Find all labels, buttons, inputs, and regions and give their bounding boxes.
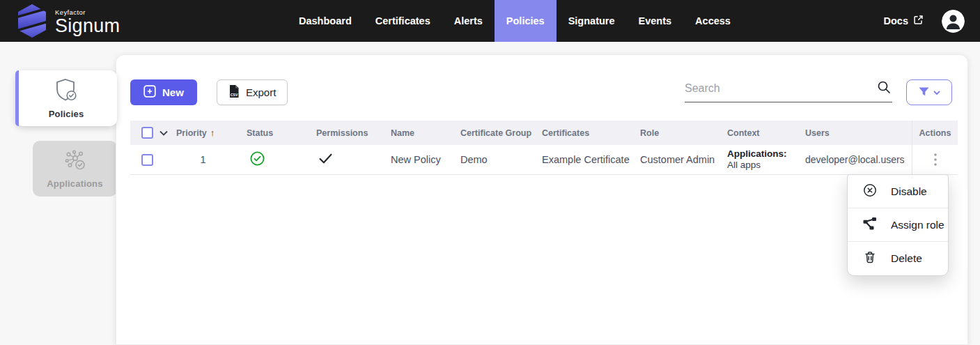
table-header-row: Priority↑ Status Permissions Name Certif… [130,121,958,145]
nav-item-certificates[interactable]: Certificates [364,0,442,42]
row-actions-dropdown-menu: Disable Assign role Delete [847,174,949,276]
disable-circle-x-icon [863,183,877,200]
user-avatar-icon[interactable] [942,10,965,33]
search-icon[interactable] [876,79,892,98]
nav-item-signature[interactable]: Signature [557,0,627,42]
header-users[interactable]: Users [797,128,912,138]
nav-item-events[interactable]: Events [627,0,684,42]
nav-item-policies[interactable]: Policies [495,0,557,42]
nav-item-dashboard[interactable]: Dashboard [287,0,364,42]
nav-item-alerts[interactable]: Alerts [442,0,495,42]
select-all-checkbox[interactable] [141,127,153,139]
header-permissions[interactable]: Permissions [308,128,382,138]
main-nav-menu: Dashboard Certificates Alerts Policies S… [287,0,742,42]
sidebar-tile-applications[interactable]: Applications [33,141,117,197]
assign-role-icon [863,217,877,233]
brand-logo[interactable]: Keyfactor Signum [17,4,120,40]
row-checkbox[interactable] [141,154,153,166]
plus-square-icon [143,85,156,100]
row-select-cell [130,154,168,166]
policies-table: Priority↑ Status Permissions Name Certif… [130,121,958,175]
header-priority[interactable]: Priority↑ [168,128,238,138]
shield-check-icon [54,78,79,105]
row-certificate-group: Demo [452,154,534,165]
row-role: Customer Admin [632,154,719,165]
row-name: New Policy [382,154,452,165]
status-enabled-check-circle-icon [249,151,265,169]
kebab-menu-icon[interactable] [927,149,944,170]
row-priority: 1 [168,154,238,165]
permissions-checkmark-icon [319,153,332,166]
header-name[interactable]: Name [382,128,452,138]
menu-item-assign-role[interactable]: Assign role [848,208,948,242]
new-policy-button-label: New [162,86,184,98]
keyfactor-hexagon-logo-icon [17,4,47,40]
row-status-cell [238,151,308,169]
menu-item-disable-label: Disable [891,185,927,198]
header-status[interactable]: Status [238,128,308,138]
sort-ascending-icon: ↑ [210,128,215,138]
header-role[interactable]: Role [632,128,719,138]
row-permissions-cell [308,153,382,166]
sidebar-tile-policies-label: Policies [49,109,84,119]
search-field [685,75,892,102]
network-check-icon [62,148,88,175]
selected-tile-accent-bar [15,70,19,126]
sidebar-tile-policies[interactable]: Policies [15,70,117,126]
row-context: Applications: All apps [719,148,797,170]
svg-text:CSV: CSV [231,93,238,97]
row-context-value: All apps [727,160,797,171]
external-link-icon [913,15,924,27]
table-row: 1 New Policy Demo Example Certifica [130,145,958,175]
row-actions-cell [912,145,958,174]
chevron-down-icon[interactable] [160,128,168,138]
header-context[interactable]: Context [719,128,797,138]
header-certificate-group[interactable]: Certificate Group [452,128,534,138]
nav-item-access[interactable]: Access [683,0,742,42]
header-actions: Actions [912,121,958,145]
menu-item-delete-label: Delete [891,252,922,265]
chevron-down-icon [933,87,940,98]
policies-content-card: New CSV Export [116,54,968,345]
filter-button[interactable] [906,79,952,105]
header-certificates[interactable]: Certificates [534,128,632,138]
new-policy-button[interactable]: New [130,79,197,105]
file-csv-icon: CSV [228,84,240,100]
docs-link-label: Docs [884,15,908,26]
export-button[interactable]: CSV Export [217,79,288,105]
menu-item-disable[interactable]: Disable [848,175,948,208]
row-certificates: Example Certificate [534,154,632,165]
trash-icon [863,250,877,267]
sidebar-tile-applications-label: Applications [47,178,102,189]
export-button-label: Export [246,86,276,98]
menu-item-assign-role-label: Assign role [891,219,944,231]
filter-funnel-icon [919,87,929,98]
top-navigation-bar: Keyfactor Signum Dashboard Certificates … [0,0,980,42]
nav-right-section: Docs [884,0,965,42]
brand-signum-label: Signum [55,16,120,36]
header-select-cell [130,127,168,139]
menu-item-delete[interactable]: Delete [848,242,948,275]
search-input[interactable] [685,82,876,95]
row-context-label: Applications: [727,148,797,160]
docs-link[interactable]: Docs [884,15,924,27]
row-users: developer@local.users [797,154,912,165]
